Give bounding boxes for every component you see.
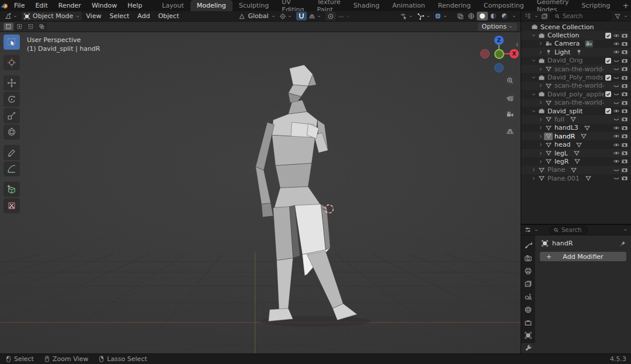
properties-tab-scene[interactable] [521, 292, 535, 302]
viewport-menu-object[interactable]: Object [154, 12, 183, 20]
nav-camera-view-button[interactable] [504, 108, 516, 121]
mesh-data-icon[interactable] [585, 175, 592, 182]
tab-geometry-nodes[interactable]: Geometry Nodes [531, 0, 575, 11]
render-visibility-icon[interactable] [620, 167, 629, 174]
outliner-row-full[interactable]: full [521, 115, 631, 123]
expand-chevron[interactable] [538, 134, 544, 139]
tab-compositing[interactable]: Compositing [477, 0, 531, 11]
tab-uv-editing[interactable]: UV Editing [275, 0, 310, 11]
eye-closed-icon[interactable] [612, 167, 620, 174]
gizmos-dropdown[interactable] [415, 12, 432, 20]
render-visibility-icon[interactable] [620, 82, 629, 89]
gizmo-x-axis[interactable]: X [509, 49, 519, 58]
properties-editor-icon[interactable] [524, 226, 532, 234]
tool-transform[interactable] [4, 124, 20, 140]
overlays-dropdown[interactable] [432, 12, 449, 20]
expand-chevron[interactable] [538, 50, 544, 55]
eye-closed-icon[interactable] [612, 74, 620, 81]
properties-tab-tool[interactable] [521, 240, 535, 251]
expand-chevron[interactable] [538, 142, 544, 147]
outliner-row-head[interactable]: head [521, 140, 631, 148]
nav-toggle-orthographic-button[interactable] [504, 125, 516, 138]
menu-render[interactable]: Render [53, 0, 86, 11]
outliner-row-handl3[interactable]: handL3 [521, 124, 631, 132]
render-visibility-icon[interactable] [620, 32, 629, 39]
eye-open-icon[interactable] [612, 48, 620, 56]
tab-scripting[interactable]: Scripting [575, 0, 617, 11]
select-mode-intersect-button[interactable] [37, 23, 47, 30]
tab-shading[interactable]: Shading [347, 0, 386, 11]
outliner-row-handr[interactable]: handR [521, 132, 631, 140]
eye-open-icon[interactable] [612, 141, 620, 148]
tab-sculpting[interactable]: Sculpting [233, 0, 275, 11]
visibility-dropdown[interactable] [398, 12, 415, 20]
tab-modeling[interactable]: Modeling [190, 0, 233, 11]
mode-dropdown[interactable]: Object Mode [22, 12, 82, 20]
tool-measure[interactable] [4, 161, 20, 176]
proportional-falloff-dropdown[interactable] [336, 12, 352, 20]
eye-closed-icon[interactable] [612, 99, 620, 106]
options-dropdown[interactable]: Options [478, 23, 517, 31]
outliner-row-legl[interactable]: legL [521, 149, 631, 157]
add-workspace-button[interactable]: + [616, 0, 631, 11]
outliner-row-david-poly-applied[interactable]: David_poly_applied [521, 90, 631, 98]
properties-tab-render[interactable] [521, 253, 535, 264]
eye-open-icon[interactable] [612, 150, 620, 157]
menu-window[interactable]: Window [86, 0, 122, 11]
render-visibility-icon[interactable] [620, 40, 629, 47]
render-visibility-icon[interactable] [620, 175, 629, 182]
exclude-checkbox[interactable] [604, 108, 612, 114]
menu-edit[interactable]: Edit [30, 0, 53, 11]
outliner-row-plane-001[interactable]: Plane.001 [521, 174, 631, 182]
viewport-menu-view[interactable]: View [82, 12, 105, 20]
gizmo-negative-x-axis[interactable] [480, 49, 490, 58]
eye-closed-icon[interactable] [612, 175, 620, 182]
expand-chevron[interactable] [531, 92, 537, 97]
tool-select-box[interactable] [4, 34, 20, 50]
snap-toggle[interactable] [296, 12, 307, 20]
render-visibility-icon[interactable] [620, 133, 629, 140]
tab-texture-paint[interactable]: Texture Paint [311, 0, 347, 11]
expand-chevron[interactable] [531, 58, 537, 63]
properties-search-input[interactable] [561, 227, 584, 233]
properties-search[interactable] [549, 226, 588, 234]
outliner-row-collection[interactable]: Collection [521, 31, 631, 39]
expand-chevron[interactable] [538, 151, 544, 156]
mesh-data-icon[interactable] [573, 150, 580, 157]
expand-chevron[interactable] [538, 41, 544, 46]
tool-move[interactable] [4, 75, 20, 91]
expand-chevron[interactable] [531, 75, 537, 80]
outliner-search-input[interactable] [563, 13, 608, 19]
expand-chevron[interactable] [538, 117, 544, 122]
pivot-point-dropdown[interactable] [278, 12, 294, 20]
viewport-canvas[interactable]: User Perspective (1) David_split | handR… [0, 32, 521, 353]
tool-annotate[interactable] [4, 145, 20, 160]
properties-tab-collection[interactable] [521, 317, 535, 328]
properties-tab-modifier[interactable] [521, 343, 535, 353]
display-mode-icon[interactable] [541, 13, 548, 20]
mesh-data-icon[interactable] [580, 133, 587, 140]
sidebar-toggle-icon[interactable] [514, 41, 521, 48]
tool-rotate[interactable] [4, 92, 20, 107]
eye-closed-icon[interactable] [612, 91, 620, 98]
properties-tab-view-layer[interactable] [521, 279, 535, 289]
eye-closed-icon[interactable] [612, 116, 620, 123]
expand-chevron[interactable] [531, 109, 537, 114]
render-visibility-icon[interactable] [620, 150, 629, 157]
expand-chevron[interactable] [538, 159, 544, 164]
shading-rendered-button[interactable] [499, 12, 510, 20]
shading-wireframe-button[interactable] [466, 12, 477, 20]
menu-file[interactable]: File [9, 0, 30, 11]
render-visibility-icon[interactable] [620, 65, 629, 72]
select-mode-new-button[interactable] [4, 23, 13, 30]
outliner-row-light[interactable]: Light [521, 48, 631, 56]
add-modifier-button[interactable]: Add Modifier [540, 252, 626, 261]
expand-chevron[interactable] [531, 33, 537, 38]
eye-open-icon[interactable] [612, 108, 620, 115]
filter-icon[interactable] [614, 13, 621, 20]
outliner-row-plane[interactable]: Plane [521, 166, 631, 174]
exclude-checkbox[interactable] [604, 33, 612, 39]
proportional-editing-toggle[interactable] [325, 12, 336, 20]
viewport-menu-add[interactable]: Add [133, 12, 154, 20]
render-visibility-icon[interactable] [620, 158, 629, 165]
